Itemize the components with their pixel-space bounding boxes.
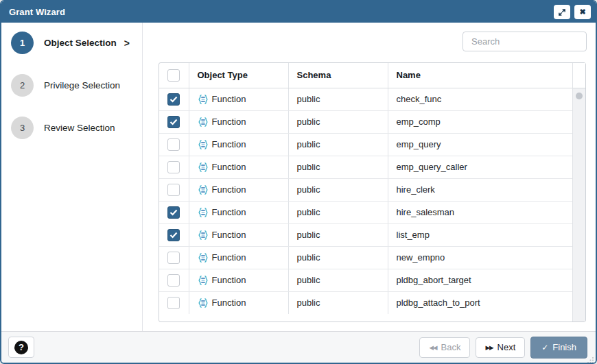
table-row[interactable]: Function public pldbg_attach_to_port <box>159 291 572 314</box>
table-row[interactable]: Function public emp_query <box>159 133 572 156</box>
step-label: Object Selection <box>44 38 117 48</box>
function-icon <box>198 94 209 105</box>
row-checkbox[interactable] <box>167 184 180 196</box>
maximize-icon <box>558 8 566 16</box>
close-icon: ✖ <box>579 8 585 16</box>
dialog-body: 1 Object Selection > 2 Privilege Selecti… <box>1 23 596 331</box>
function-icon <box>198 162 209 173</box>
next-button[interactable]: ▶▶ Next <box>476 337 525 358</box>
scrollbar-thumb[interactable] <box>576 93 583 99</box>
row-checkbox[interactable] <box>167 93 180 106</box>
row-checkbox[interactable] <box>167 297 180 309</box>
scrollbar-header-cap <box>573 63 585 88</box>
table-scrollbar[interactable] <box>572 63 585 321</box>
dialog-footer: ? ◀◀ Back ▶▶ Next ✓ Finish <box>1 331 596 363</box>
column-header-schema[interactable]: Schema <box>288 63 388 88</box>
schema-cell: public <box>288 223 388 246</box>
search-input[interactable] <box>463 32 587 51</box>
table-row[interactable]: Function public list_emp <box>159 223 572 246</box>
object-type-label: Function <box>212 117 246 127</box>
next-button-label: Next <box>498 342 516 352</box>
finish-button-label: Finish <box>552 342 576 352</box>
function-icon <box>198 139 209 150</box>
grant-wizard-dialog: Grant Wizard ✖ 1 Object Selection > 2 Pr… <box>0 0 597 364</box>
row-checkbox[interactable] <box>167 116 180 128</box>
row-checkbox[interactable] <box>167 206 180 219</box>
function-icon <box>198 207 209 218</box>
next-arrows-icon: ▶▶ <box>485 344 493 351</box>
check-icon: ✓ <box>541 343 548 352</box>
select-all-checkbox[interactable] <box>167 69 180 82</box>
name-cell: pldbg_attach_to_port <box>388 291 572 314</box>
column-header-object-type[interactable]: Object Type <box>189 63 288 88</box>
step-label: Privilege Selection <box>44 80 120 90</box>
objects-table: Object Type Schema Name <box>159 62 586 322</box>
object-type-label: Function <box>212 184 246 195</box>
back-button[interactable]: ◀◀ Back <box>419 337 470 358</box>
object-type-label: Function <box>212 207 246 217</box>
window-title: Grant Wizard <box>9 7 550 17</box>
name-cell: emp_query_caller <box>388 156 572 178</box>
function-icon <box>198 252 209 263</box>
schema-cell: public <box>288 88 388 110</box>
function-icon <box>198 275 209 286</box>
table-row[interactable]: Function public emp_comp <box>159 110 572 133</box>
table-row[interactable]: Function public hire_salesman <box>159 201 572 223</box>
schema-cell: public <box>288 133 388 156</box>
name-cell: pldbg_abort_target <box>388 269 572 291</box>
titlebar: Grant Wizard ✖ <box>1 1 596 23</box>
content-panel: Object Type Schema Name <box>143 23 596 331</box>
object-type-label: Function <box>212 139 246 149</box>
schema-cell: public <box>288 110 388 133</box>
chevron-right-icon: > <box>124 38 130 49</box>
back-button-label: Back <box>441 342 461 352</box>
table-header-row: Object Type Schema Name <box>159 63 572 88</box>
object-type-label: Function <box>212 275 246 285</box>
name-cell: emp_query <box>388 133 572 156</box>
table-row[interactable]: Function public pldbg_abort_target <box>159 269 572 291</box>
object-type-label: Function <box>212 230 246 240</box>
step-privilege-selection[interactable]: 2 Privilege Selection <box>11 74 142 97</box>
object-type-label: Function <box>212 94 246 104</box>
row-checkbox[interactable] <box>167 274 180 287</box>
schema-cell: public <box>288 246 388 269</box>
function-icon <box>198 298 209 308</box>
scrollbar-track[interactable] <box>573 88 585 321</box>
schema-cell: public <box>288 291 388 314</box>
name-cell: hire_salesman <box>388 201 572 223</box>
function-icon <box>198 184 209 195</box>
table-row[interactable]: Function public new_empno <box>159 246 572 269</box>
row-checkbox[interactable] <box>167 229 180 241</box>
step-review-selection[interactable]: 3 Review Selection <box>11 117 142 139</box>
function-icon <box>198 117 209 128</box>
step-number-badge: 3 <box>11 117 34 139</box>
resize-grip[interactable] <box>587 354 594 362</box>
table-row[interactable]: Function public check_func <box>159 88 572 110</box>
close-button[interactable]: ✖ <box>574 5 591 19</box>
table-row[interactable]: Function public emp_query_caller <box>159 156 572 178</box>
step-label: Review Selection <box>44 123 115 133</box>
row-checkbox[interactable] <box>167 252 180 264</box>
object-type-label: Function <box>212 298 246 308</box>
step-object-selection[interactable]: 1 Object Selection > <box>11 32 142 54</box>
row-checkbox[interactable] <box>167 161 180 173</box>
function-icon <box>198 230 209 241</box>
row-checkbox[interactable] <box>167 138 180 151</box>
step-number-badge: 2 <box>11 74 34 97</box>
table-row[interactable]: Function public hire_clerk <box>159 178 572 201</box>
schema-cell: public <box>288 178 388 201</box>
name-cell: emp_comp <box>388 110 572 133</box>
help-button[interactable]: ? <box>8 337 34 358</box>
name-cell: hire_clerk <box>388 178 572 201</box>
finish-button[interactable]: ✓ Finish <box>530 337 587 359</box>
back-arrows-icon: ◀◀ <box>429 344 436 351</box>
schema-cell: public <box>288 269 388 291</box>
wizard-steps: 1 Object Selection > 2 Privilege Selecti… <box>1 23 143 331</box>
schema-cell: public <box>288 201 388 223</box>
column-header-name[interactable]: Name <box>388 63 572 88</box>
schema-cell: public <box>288 156 388 178</box>
step-number-badge: 1 <box>11 32 34 54</box>
name-cell: check_func <box>388 88 572 110</box>
maximize-button[interactable] <box>554 5 570 19</box>
help-icon: ? <box>14 341 28 354</box>
